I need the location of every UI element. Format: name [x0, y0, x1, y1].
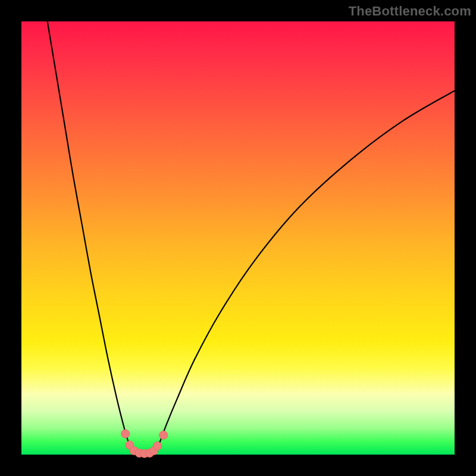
- curve-left: [48, 21, 136, 454]
- bottleneck-point: [159, 431, 168, 439]
- bottleneck-point: [154, 441, 162, 450]
- curve-right: [154, 90, 455, 453]
- watermark-text: TheBottleneck.com: [349, 4, 471, 19]
- page-frame: TheBottleneck.com: [0, 0, 476, 476]
- marker-cluster: [121, 430, 168, 458]
- plot-area: [21, 21, 455, 455]
- chart-svg: [21, 21, 455, 455]
- bottleneck-point: [121, 430, 130, 438]
